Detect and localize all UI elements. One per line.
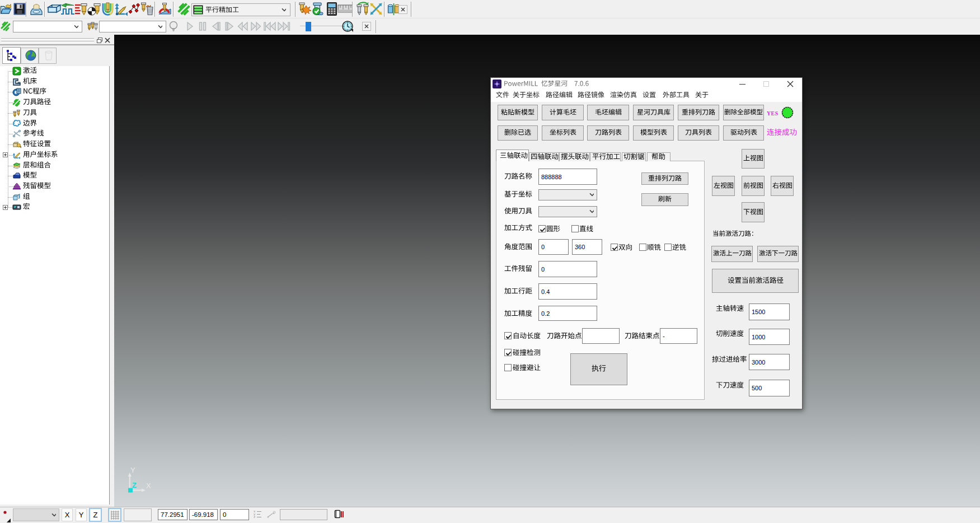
svg-text:X: X xyxy=(146,482,151,490)
svg-text:Y: Y xyxy=(130,466,135,474)
svg-text:z: z xyxy=(254,515,255,519)
svg-text:Z: Z xyxy=(132,481,137,489)
